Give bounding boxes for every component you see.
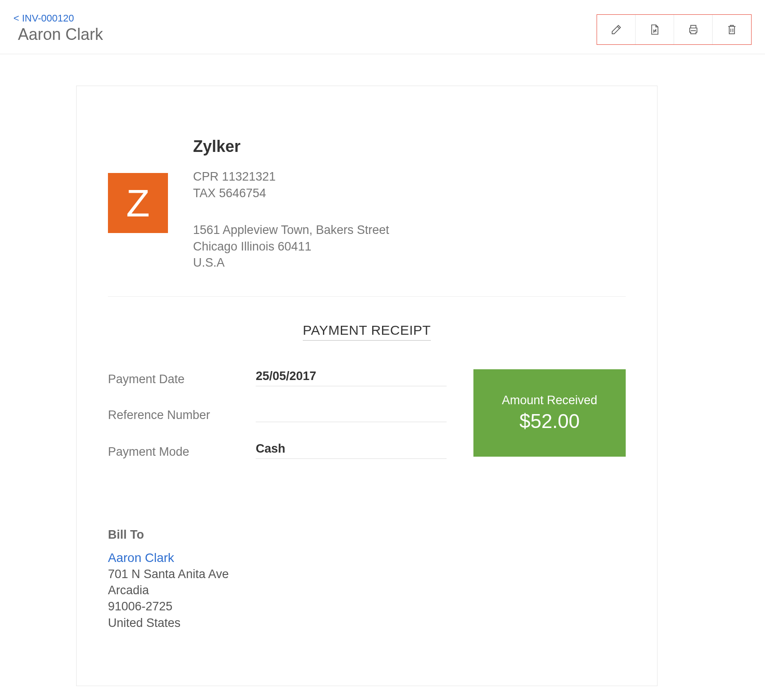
label-payment-date: Payment Date [108,372,256,386]
value-payment-mode: Cash [256,442,447,459]
details-table: Payment Date 25/05/2017 Reference Number… [108,369,447,479]
print-button[interactable] [674,15,713,44]
company-name: Zylker [193,135,389,158]
header-left: < INV-000120 Aaron Clark [13,13,103,44]
bill-to-address-line-2: Arcadia [108,582,626,598]
receipt-document: Z Zylker CPR 11321321 TAX 5646754 1561 A… [76,86,658,686]
tax-line: TAX 5646754 [193,185,389,201]
amount-received-label: Amount Received [482,393,617,407]
address-line-3: U.S.A [193,255,389,271]
tax-ids: CPR 11321321 TAX 5646754 [193,169,389,201]
company-info: Zylker CPR 11321321 TAX 5646754 1561 App… [193,135,389,271]
value-payment-date: 25/05/2017 [256,369,447,386]
pdf-button[interactable] [636,15,674,44]
bill-to-heading: Bill To [108,528,626,542]
details-row: Payment Date 25/05/2017 Reference Number… [108,369,626,479]
bill-to-address-line-1: 701 N Santa Anita Ave [108,566,626,582]
label-payment-mode: Payment Mode [108,445,256,459]
detail-reference-number: Reference Number [108,406,447,422]
toolbar [597,14,752,45]
pencil-icon [610,23,623,36]
label-reference-number: Reference Number [108,408,256,422]
address-line-2: Chicago Illinois 60411 [193,238,389,255]
bill-to-address-line-3: 91006-2725 [108,598,626,614]
page-header: < INV-000120 Aaron Clark [0,0,765,54]
breadcrumb-link[interactable]: < INV-000120 [13,13,74,24]
bill-to-address: 701 N Santa Anita Ave Arcadia 91006-2725… [108,566,626,631]
amount-received-value: $52.00 [482,410,617,432]
company-block: Z Zylker CPR 11321321 TAX 5646754 1561 A… [108,135,626,297]
address-line-1: 1561 Appleview Town, Bakers Street [193,222,389,238]
trash-icon [726,23,738,36]
receipt-title-text: PAYMENT RECEIPT [303,323,431,341]
bill-to-block: Bill To Aaron Clark 701 N Santa Anita Av… [108,528,626,631]
print-icon [687,23,700,36]
amount-received-box: Amount Received $52.00 [473,369,626,457]
bill-to-address-line-4: United States [108,615,626,631]
document-container: Z Zylker CPR 11321321 TAX 5646754 1561 A… [0,54,765,686]
page-title: Aaron Clark [18,25,103,44]
delete-button[interactable] [713,15,751,44]
value-reference-number [256,406,447,422]
bill-to-customer-link[interactable]: Aaron Clark [108,551,174,565]
detail-payment-date: Payment Date 25/05/2017 [108,369,447,386]
pdf-icon [649,23,661,36]
cpr-line: CPR 11321321 [193,169,389,185]
detail-payment-mode: Payment Mode Cash [108,442,447,459]
receipt-title: PAYMENT RECEIPT [108,323,626,338]
company-address: 1561 Appleview Town, Bakers Street Chica… [193,222,389,271]
edit-button[interactable] [597,15,636,44]
company-logo: Z [108,173,168,233]
